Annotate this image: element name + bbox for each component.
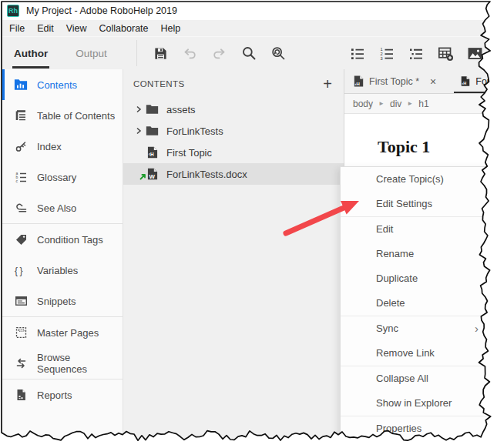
sidebar-item-label: Condition Tags xyxy=(37,234,103,246)
editor-tab-label: For xyxy=(475,76,490,87)
sidebar-item-glossary[interactable]: abc Glossary xyxy=(2,162,123,192)
breadcrumb-segment-h1[interactable]: h1 xyxy=(418,99,428,109)
sidebar-item-reports[interactable]: Reports xyxy=(2,379,123,410)
tag-icon xyxy=(13,233,29,246)
see-also-icon xyxy=(13,202,29,214)
search-button[interactable] xyxy=(239,43,259,63)
master-page-icon xyxy=(13,326,29,339)
numbered-list-button[interactable]: 1 2 3 xyxy=(377,44,397,64)
tab-author[interactable]: Author xyxy=(12,48,49,59)
tree-item-assets[interactable]: assets xyxy=(123,99,344,120)
breadcrumb: body ► div ► h1 xyxy=(344,94,497,114)
svg-text:3: 3 xyxy=(381,56,383,61)
chevron-right-icon[interactable] xyxy=(132,127,145,135)
menu-edit[interactable]: Edit xyxy=(31,20,60,36)
find-replace-icon xyxy=(270,45,286,61)
save-button[interactable] xyxy=(151,43,171,63)
sidebar-item-table-of-contents[interactable]: Table of Contents xyxy=(2,100,123,131)
insert-image-button[interactable] xyxy=(465,44,485,64)
sidebar: Contents Table of Contents Index abc Glo… xyxy=(2,69,123,448)
redo-button[interactable] xyxy=(210,43,230,63)
menu-help[interactable]: Help xyxy=(155,20,187,36)
svg-text:‹H: ‹H xyxy=(148,152,153,157)
sidebar-item-condition-tags[interactable]: Condition Tags xyxy=(2,224,123,255)
topic-document-icon: ‹H xyxy=(354,75,364,87)
undo-button[interactable] xyxy=(180,43,200,63)
redo-icon xyxy=(212,46,227,61)
toolbar-separator xyxy=(136,40,137,66)
menu-item-create-topics[interactable]: Create Topic(s) xyxy=(341,167,496,192)
menu-item-sync[interactable]: Sync › xyxy=(341,316,496,341)
workspace-tabs: Author Output xyxy=(2,48,133,59)
menu-item-show-in-explorer[interactable]: Show in Explorer xyxy=(341,391,496,416)
folder-icon xyxy=(145,125,160,136)
add-button[interactable]: + xyxy=(323,76,332,92)
menu-collaborate[interactable]: Collaborate xyxy=(93,20,155,36)
svg-text:W: W xyxy=(149,173,155,180)
title-bar: Rh My Project - Adobe RoboHelp 2019 xyxy=(2,2,492,20)
contents-panel-title: CONTENTS xyxy=(133,79,184,89)
sidebar-item-label: Variables xyxy=(37,265,78,276)
tree-item-forlinktests-folder[interactable]: ForLinkTests xyxy=(123,120,344,142)
insert-image-icon xyxy=(467,45,483,62)
sidebar-item-index[interactable]: Index xyxy=(2,131,123,162)
menu-item-remove-link[interactable]: Remove Link xyxy=(341,341,496,366)
svg-text:‹H: ‹H xyxy=(462,81,467,85)
browse-sequences-icon xyxy=(13,357,29,369)
sidebar-item-label: Snippets xyxy=(37,296,76,307)
sidebar-item-label: Contents xyxy=(37,79,77,91)
snippet-icon xyxy=(13,295,29,307)
sidebar-item-browse-sequences[interactable]: Browse Sequences xyxy=(2,348,123,379)
editor-tab-first-topic[interactable]: ‹H First Topic * × xyxy=(347,69,443,93)
chevron-right-icon[interactable] xyxy=(132,105,145,113)
sidebar-item-label: Reports xyxy=(37,389,72,401)
menu-item-delete[interactable]: Delete xyxy=(341,291,496,316)
tree-item-label: First Topic xyxy=(166,147,212,159)
report-icon xyxy=(13,389,29,401)
robohelp-logo-icon: Rh xyxy=(7,5,19,17)
sidebar-item-master-pages[interactable]: Master Pages xyxy=(2,317,123,348)
multilevel-list-icon xyxy=(408,46,424,62)
contents-icon xyxy=(13,79,29,91)
editor-tab-bar: ‹H First Topic * × ‹H For xyxy=(344,69,497,94)
numbered-list-icon: 1 2 3 xyxy=(379,46,395,62)
menu-item-rename[interactable]: Rename xyxy=(341,242,496,266)
braces-icon: { } xyxy=(13,264,29,276)
menu-item-duplicate[interactable]: Duplicate xyxy=(341,266,496,291)
sidebar-item-contents[interactable]: Contents xyxy=(2,69,123,100)
tab-output[interactable]: Output xyxy=(74,48,109,59)
robohelp-window: Rh My Project - Adobe RoboHelp 2019 File… xyxy=(0,0,497,448)
tree-item-label: ForLinkTests.docx xyxy=(166,169,247,180)
sidebar-item-variables[interactable]: { } Variables xyxy=(2,255,123,286)
word-document-icon: W xyxy=(145,168,160,180)
insert-table-icon xyxy=(438,45,454,62)
search-icon xyxy=(241,45,257,61)
sidebar-item-snippets[interactable]: Snippets xyxy=(2,286,123,316)
menu-item-edit[interactable]: Edit xyxy=(341,217,496,242)
breadcrumb-segment-div[interactable]: div xyxy=(390,99,401,109)
insert-table-button[interactable] xyxy=(435,44,455,64)
key-icon xyxy=(13,140,29,152)
editor-tab-forlinktests[interactable]: ‹H For xyxy=(454,69,497,93)
sidebar-item-see-also[interactable]: See Also xyxy=(2,192,123,223)
menu-item-edit-settings[interactable]: Edit Settings xyxy=(341,192,496,216)
close-icon[interactable]: × xyxy=(430,76,436,87)
breadcrumb-segment-body[interactable]: body xyxy=(353,99,373,109)
menu-item-properties[interactable]: Properties xyxy=(341,416,496,441)
find-replace-button[interactable] xyxy=(268,43,288,63)
bulleted-list-button[interactable] xyxy=(348,44,368,64)
sidebar-item-label: Browse Sequences xyxy=(37,352,123,375)
tree-item-first-topic[interactable]: ‹H First Topic xyxy=(123,142,344,163)
sidebar-group-content-tools: Condition Tags { } Variables Snippets xyxy=(2,224,123,317)
menu-view[interactable]: View xyxy=(60,20,93,36)
topic-document-icon: ‹H xyxy=(461,75,470,87)
menu-file[interactable]: File xyxy=(3,20,31,36)
sidebar-item-label: Master Pages xyxy=(37,327,99,339)
menu-item-collapse-all[interactable]: Collapse All xyxy=(341,366,496,391)
undo-icon xyxy=(183,46,197,61)
sidebar-group-design: Master Pages Browse Sequences xyxy=(2,317,123,379)
glossary-icon: abc xyxy=(13,171,29,183)
tree-item-forlinktests-docx[interactable]: W ForLinkTests.docx xyxy=(123,163,344,185)
svg-text:{ }: { } xyxy=(15,266,22,276)
multilevel-list-button[interactable] xyxy=(406,44,426,64)
